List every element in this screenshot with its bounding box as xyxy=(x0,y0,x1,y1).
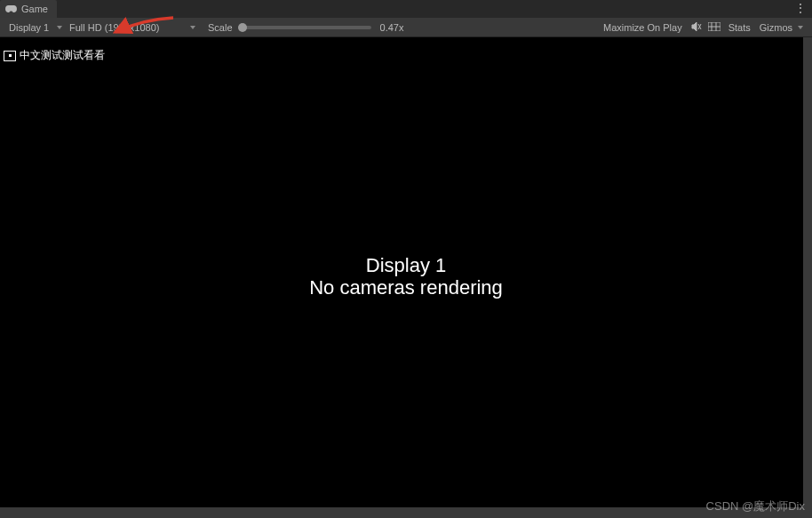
chevron-down-icon xyxy=(190,26,195,29)
center-line-1: Display 1 xyxy=(309,254,503,276)
scale-value: 0.47x xyxy=(380,22,416,33)
aspect-dropdown-label: Full HD (1920x1080) xyxy=(69,22,160,33)
display-dropdown-label: Display 1 xyxy=(9,22,49,33)
tab-bar: Game ⋮ xyxy=(0,0,812,18)
chevron-down-icon xyxy=(57,26,62,29)
gamepad-icon xyxy=(5,5,17,12)
watermark-text: CSDN @魔术师Dix xyxy=(706,498,805,514)
aspect-dropdown[interactable]: Full HD (1920x1080) xyxy=(66,20,199,36)
center-line-2: No cameras rendering xyxy=(309,276,503,299)
scale-slider-handle[interactable] xyxy=(238,23,247,32)
mute-audio-button[interactable] xyxy=(688,20,705,36)
display-dropdown[interactable]: Display 1 xyxy=(5,20,66,36)
tab-label: Game xyxy=(21,4,48,14)
grid-icon xyxy=(708,22,720,33)
maximize-on-play-button[interactable]: Maximize On Play xyxy=(598,20,688,36)
overlay-text: 中文测试测试看看 xyxy=(20,48,105,63)
audio-icon xyxy=(691,21,702,34)
scrollbar-vertical[interactable] xyxy=(803,37,812,507)
game-viewport: 中文测试测试看看 Display 1 No cameras rendering xyxy=(0,37,812,518)
scale-slider[interactable] xyxy=(238,26,371,29)
stats-button[interactable]: Stats xyxy=(723,20,756,36)
image-component-icon xyxy=(4,51,16,61)
gizmos-dropdown[interactable]: Gizmos xyxy=(756,20,807,36)
game-toolbar: Display 1 Full HD (1920x1080) Scale 0.47… xyxy=(0,18,812,37)
scale-label: Scale xyxy=(208,22,233,33)
scrollbar-horizontal[interactable] xyxy=(0,507,812,518)
chevron-down-icon xyxy=(798,26,803,29)
tab-menu-icon[interactable]: ⋮ xyxy=(794,2,807,14)
ui-text-element: 中文测试测试看看 xyxy=(4,48,105,63)
frame-debugger-button[interactable] xyxy=(705,20,723,36)
tab-game[interactable]: Game xyxy=(0,0,57,18)
game-window: Game ⋮ Display 1 Full HD (1920x1080) Sca… xyxy=(0,0,812,518)
no-camera-message: Display 1 No cameras rendering xyxy=(309,254,503,299)
